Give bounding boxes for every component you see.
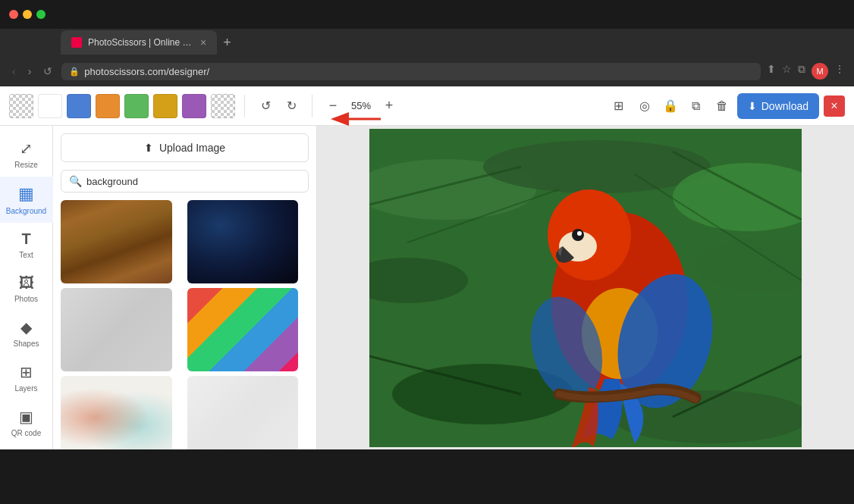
orange-swatch[interactable]: [96, 94, 120, 118]
zoom-level: 55%: [347, 100, 375, 111]
url-bar[interactable]: 🔒 photoscissors.com/designer/: [61, 63, 761, 80]
menu-button[interactable]: ⋮: [834, 63, 845, 80]
panel-body: ⬆ Upload Image 🔍: [53, 126, 316, 449]
duplicate-button[interactable]: ⧉: [686, 95, 707, 117]
maximize-window-button[interactable]: [36, 10, 46, 19]
svg-point-18: [577, 231, 582, 236]
toolbar-divider-1: [244, 95, 245, 117]
background-thumbnail-5[interactable]: [61, 376, 172, 449]
sidebar-item-text[interactable]: T Text: [0, 223, 53, 267]
photos-icon: 🖼: [19, 274, 34, 292]
sidebar-item-shapes[interactable]: ◆ Shapes: [0, 311, 53, 355]
image-grid: [61, 200, 309, 449]
tab-bar: PhotoScissors | Online Backgr... × +: [0, 29, 854, 56]
delete-button[interactable]: 🗑: [711, 95, 733, 117]
upload-label: Upload Image: [159, 142, 225, 154]
color-swatches: [9, 94, 235, 118]
checker-swatch[interactable]: [211, 94, 235, 118]
sidebar-item-background[interactable]: ▦ Background: [0, 177, 53, 223]
background-thumbnail-1[interactable]: [61, 200, 172, 283]
search-icon: 🔍: [69, 175, 82, 187]
parrot-svg: [369, 129, 802, 447]
address-bar: ‹ › ↺ 🔒 photoscissors.com/designer/ ⬆ ☆ …: [0, 56, 854, 86]
active-tab[interactable]: PhotoScissors | Online Backgr... ×: [61, 30, 217, 55]
toolbar-right: ⊞ ◎ 🔒 ⧉ 🗑 ⬇ Download ×: [608, 93, 845, 119]
white-swatch[interactable]: [38, 94, 62, 118]
toolbar-divider-2: [312, 95, 312, 117]
background-thumbnail-6[interactable]: [187, 376, 299, 449]
extensions-icon[interactable]: ⧉: [798, 63, 805, 80]
close-button[interactable]: ×: [824, 95, 845, 117]
transparent-swatch[interactable]: [9, 94, 33, 118]
background-thumbnail-4[interactable]: [187, 288, 299, 371]
canvas-area: [317, 126, 854, 449]
app-container: ↺ ↻ − 55% + ⊞ ◎ 🔒 ⧉ 🗑 ⬇ Download ×: [0, 86, 854, 449]
upload-icon: ⬆: [144, 142, 153, 154]
zoom-out-button[interactable]: −: [322, 95, 344, 117]
opacity-button[interactable]: ◎: [634, 95, 655, 117]
sidebar-item-photos[interactable]: 🖼 Photos: [0, 267, 53, 311]
url-text: photoscissors.com/designer/: [84, 66, 209, 77]
green-swatch[interactable]: [124, 94, 149, 118]
lock-button[interactable]: 🔒: [660, 95, 681, 117]
zoom-area: − 55% +: [322, 95, 400, 117]
traffic-lights: [9, 10, 46, 19]
sidebar-item-qrcode[interactable]: ▣ QR code: [0, 400, 53, 445]
redo-button[interactable]: ↻: [280, 95, 303, 117]
tab-close-button[interactable]: ×: [200, 36, 206, 49]
profile-avatar[interactable]: M: [812, 63, 828, 80]
background-thumbnail-3[interactable]: [61, 288, 172, 371]
bookmark-icon[interactable]: ☆: [782, 63, 792, 80]
forward-button[interactable]: ›: [25, 64, 35, 79]
sidebar-item-resize[interactable]: ⤢ Resize: [0, 132, 53, 177]
search-box: 🔍: [61, 170, 309, 193]
sidebar-item-oldeditor[interactable]: ✎ Old Editor: [0, 445, 53, 449]
close-window-button[interactable]: [9, 10, 18, 19]
search-input[interactable]: [86, 176, 300, 187]
layers-icon-button[interactable]: ⊞: [608, 95, 630, 117]
canvas-container: [369, 129, 802, 447]
zoom-in-button[interactable]: +: [378, 95, 400, 117]
undo-button[interactable]: ↺: [254, 95, 277, 117]
new-tab-button[interactable]: +: [223, 36, 231, 49]
tab-title: PhotoScissors | Online Backgr...: [88, 37, 194, 48]
qrcode-icon: ▣: [19, 408, 33, 426]
background-panel: ⬆ Upload Image 🔍: [53, 126, 317, 449]
background-thumbnail-2[interactable]: [187, 200, 299, 283]
purple-swatch[interactable]: [182, 94, 206, 118]
resize-icon: ⤢: [20, 139, 33, 158]
download-icon: ⬇: [748, 100, 757, 112]
sidebar-item-layers[interactable]: ⊞ Layers: [0, 355, 53, 400]
share-icon[interactable]: ⬆: [767, 63, 776, 80]
text-icon: T: [21, 230, 30, 248]
layers-icon: ⊞: [20, 363, 33, 381]
top-toolbar: ↺ ↻ − 55% + ⊞ ◎ 🔒 ⧉ 🗑 ⬇ Download ×: [0, 86, 854, 126]
shapes-icon: ◆: [20, 318, 32, 337]
upload-image-button[interactable]: ⬆ Upload Image: [61, 133, 309, 162]
main-layout: ⤢ Resize ▦ Background T Text 🖼 Photos ◆ …: [0, 126, 854, 449]
yellow-swatch[interactable]: [153, 94, 177, 118]
blue-swatch[interactable]: [67, 94, 91, 118]
canvas-image[interactable]: [369, 129, 802, 447]
lock-icon: 🔒: [69, 67, 80, 77]
download-label: Download: [761, 100, 808, 112]
back-button[interactable]: ‹: [9, 64, 19, 79]
download-button[interactable]: ⬇ Download: [737, 93, 819, 119]
minimize-window-button[interactable]: [23, 10, 32, 19]
title-bar: [0, 0, 854, 29]
icon-nav: ⤢ Resize ▦ Background T Text 🖼 Photos ◆ …: [0, 126, 53, 449]
browser-window: PhotoScissors | Online Backgr... × + ‹ ›…: [0, 0, 854, 86]
tab-favicon: [71, 37, 82, 48]
address-actions: ⬆ ☆ ⧉ M ⋮: [767, 63, 845, 80]
refresh-button[interactable]: ↺: [40, 64, 55, 79]
undo-redo-actions: ↺ ↻: [254, 95, 303, 117]
background-icon: ▦: [18, 184, 34, 204]
